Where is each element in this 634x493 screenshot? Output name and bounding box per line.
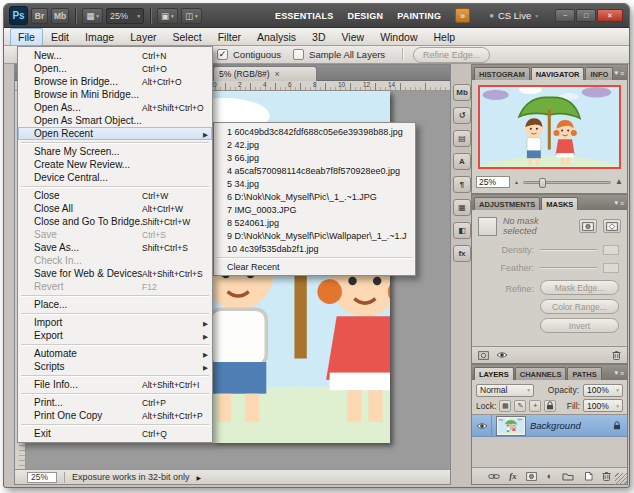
lock-position-icon[interactable]: + xyxy=(529,400,541,412)
mask-refine-button[interactable]: Color Range... xyxy=(540,299,619,314)
new-layer-icon[interactable] xyxy=(584,471,593,481)
menu-bar-item[interactable]: Select xyxy=(164,28,209,46)
link-layers-icon[interactable] xyxy=(488,473,500,480)
file-menu-item[interactable]: Check In... ▶ xyxy=(18,254,212,267)
file-menu-item[interactable]: Open... Ctrl+O ▶ xyxy=(18,62,212,75)
screen-mode-dropdown[interactable]: ◫ ▾ xyxy=(181,8,202,24)
menu-bar-item[interactable]: 3D xyxy=(304,28,333,46)
file-menu-item[interactable]: Save for Web & Devices... Alt+Shift+Ctrl… xyxy=(18,267,212,280)
add-layer-mask-icon[interactable] xyxy=(526,472,537,481)
recent-file-item[interactable]: 7 IMG_0003.JPG xyxy=(214,203,415,216)
dock-panel-icon[interactable]: ◧ xyxy=(453,222,471,239)
menu-bar-item[interactable]: View xyxy=(334,28,373,46)
panel-tab[interactable]: HISTOGRAM xyxy=(474,67,530,80)
dock-panel-icon[interactable]: A xyxy=(453,153,471,170)
file-menu-item[interactable]: Place... ▶ xyxy=(18,298,212,311)
menu-bar-item[interactable]: Help xyxy=(425,28,463,46)
recent-file-item[interactable]: 5 34.jpg xyxy=(214,177,415,190)
panel-tab[interactable]: CHANNELS xyxy=(515,367,567,380)
photoshop-logo[interactable]: Ps xyxy=(9,6,28,25)
add-pixel-mask-button[interactable] xyxy=(579,219,597,233)
contiguous-checkbox[interactable]: ✓ xyxy=(217,49,228,60)
menu-bar-item[interactable]: Image xyxy=(77,28,122,46)
file-menu-item[interactable]: Import ▶ xyxy=(18,316,212,329)
file-menu-item[interactable]: Scripts ▶ xyxy=(18,360,212,373)
panel-tab[interactable]: ADJUSTMENTS xyxy=(474,197,540,210)
close-button[interactable]: ✕ xyxy=(597,9,623,22)
lock-pixels-icon[interactable]: ✎ xyxy=(514,400,526,412)
lock-transparency-icon[interactable]: ▦ xyxy=(499,400,511,412)
refine-edge-button[interactable]: Refine Edge... xyxy=(413,47,490,63)
delete-layer-trash-icon[interactable] xyxy=(602,471,611,481)
dock-panel-icon[interactable]: ↺ xyxy=(453,107,471,124)
menu-bar-item[interactable]: Layer xyxy=(122,28,164,46)
dock-panel-icon[interactable]: ¶ xyxy=(453,176,471,193)
mask-visibility-eye-icon[interactable] xyxy=(496,351,508,359)
cs-live-button[interactable]: ● CS Live ▾ xyxy=(489,10,538,21)
panel-menu-icon[interactable]: ▾≡ xyxy=(614,69,624,77)
recent-file-item[interactable]: 3 66.jpg xyxy=(214,151,415,164)
file-menu-item[interactable]: Exit Ctrl+Q ▶ xyxy=(18,427,212,440)
tab-close-icon[interactable]: × xyxy=(275,69,280,79)
workspace-button[interactable]: PAINTING xyxy=(391,8,447,24)
load-selection-from-mask-icon[interactable] xyxy=(478,351,489,360)
recent-file-item[interactable]: 1 60c49bd3c842fdf688c05e6e39398b88.jpg xyxy=(214,125,415,138)
file-menu-item[interactable]: Save Ctrl+S ▶ xyxy=(18,228,212,241)
workspace-button[interactable]: DESIGN xyxy=(341,8,389,24)
panel-menu-icon[interactable]: ▾≡ xyxy=(614,369,624,377)
layer-visibility-eye-icon[interactable] xyxy=(472,415,492,436)
panel-tab[interactable]: MASKS xyxy=(541,197,578,210)
file-menu-item[interactable]: Close Ctrl+W ▶ xyxy=(18,189,212,202)
dock-panel-icon[interactable]: ▤ xyxy=(453,130,471,147)
new-adjustment-layer-icon[interactable]: ◐ xyxy=(547,471,552,481)
maximize-button[interactable]: □ xyxy=(576,9,596,22)
recent-file-item[interactable]: 9 D:\Nok\Nok_Myself\Pic\Wallpaper\_1_.~1… xyxy=(214,229,415,242)
add-vector-mask-button[interactable] xyxy=(603,219,621,233)
lock-all-icon[interactable] xyxy=(544,400,556,412)
window-resize-grip[interactable] xyxy=(615,473,627,485)
file-menu-item[interactable]: Export ▶ xyxy=(18,329,212,342)
navigator-zoom-slider[interactable] xyxy=(523,181,611,184)
workspace-overflow-button[interactable]: » xyxy=(455,8,470,23)
file-menu-item[interactable]: Print One Copy Alt+Shift+Ctrl+P ▶ xyxy=(18,409,212,422)
file-menu-item[interactable]: File Info... Alt+Shift+Ctrl+I ▶ xyxy=(18,378,212,391)
layer-row-background[interactable]: Background xyxy=(472,415,627,437)
panel-tab[interactable]: NAVIGATOR xyxy=(531,67,585,80)
file-menu-item[interactable]: Open Recent ▶ xyxy=(18,127,212,140)
recent-file-item[interactable]: 6 D:\Nok\Nok_Myself\Pic\_1_.~1.JPG xyxy=(214,190,415,203)
layer-thumbnail[interactable] xyxy=(497,417,525,435)
arrange-documents-dropdown[interactable]: ▣ ▾ xyxy=(157,8,178,24)
panel-tab[interactable]: INFO xyxy=(585,67,613,80)
menu-bar-item[interactable]: File xyxy=(10,28,43,46)
dock-panel-icon[interactable]: fx xyxy=(453,245,471,262)
minimize-button[interactable]: − xyxy=(555,9,575,22)
menu-bar-item[interactable]: Analysis xyxy=(249,28,304,46)
file-menu-item[interactable]: Automate ▶ xyxy=(18,347,212,360)
file-menu-item[interactable]: Browse in Bridge... Alt+Ctrl+O ▶ xyxy=(18,75,212,88)
file-menu-item[interactable]: Close and Go To Bridge... Shift+Ctrl+W ▶ xyxy=(18,215,212,228)
view-extras-dropdown[interactable]: ▦ ▾ xyxy=(82,8,103,24)
menu-bar-item[interactable]: Filter xyxy=(210,28,249,46)
recent-file-item[interactable]: 10 4c39f535dab2f1.jpg xyxy=(214,242,415,255)
blend-mode-dropdown[interactable]: Normal▾ xyxy=(476,384,534,397)
file-menu-item[interactable]: Save As... Shift+Ctrl+S ▶ xyxy=(18,241,212,254)
zoom-in-icon[interactable]: ▲ xyxy=(615,178,623,186)
launch-mini-bridge-button[interactable]: Mb xyxy=(51,8,69,24)
file-menu-item[interactable]: Create New Review... ▶ xyxy=(18,158,212,171)
zoom-out-icon[interactable]: ▲ xyxy=(514,180,519,185)
menu-bar-item[interactable]: Edit xyxy=(43,28,77,46)
navigator-zoom-field[interactable]: 25% xyxy=(476,176,510,188)
panel-menu-icon[interactable]: ▾≡ xyxy=(614,199,624,207)
panel-tab[interactable]: LAYERS xyxy=(474,367,514,380)
status-menu-arrow-icon[interactable]: ▶ xyxy=(197,474,202,481)
file-menu-item[interactable]: Browse in Mini Bridge... ▶ xyxy=(18,88,212,101)
recent-file-item[interactable]: 4 a5caf570098114c8eab7f8f570928ee0.jpg xyxy=(214,164,415,177)
workspace-button[interactable]: ESSENTIALS xyxy=(269,8,340,24)
sample-all-layers-checkbox[interactable] xyxy=(293,49,304,60)
file-menu-item[interactable]: Close All Alt+Ctrl+W ▶ xyxy=(18,202,212,215)
slider-thumb[interactable] xyxy=(539,178,546,188)
recent-file-item[interactable]: 2 42.jpg xyxy=(214,138,415,151)
mask-refine-button[interactable]: Mask Edge... xyxy=(540,280,619,295)
file-menu-item[interactable]: Print... Ctrl+P ▶ xyxy=(18,396,212,409)
file-menu-item[interactable]: Revert F12 ▶ xyxy=(18,280,212,293)
